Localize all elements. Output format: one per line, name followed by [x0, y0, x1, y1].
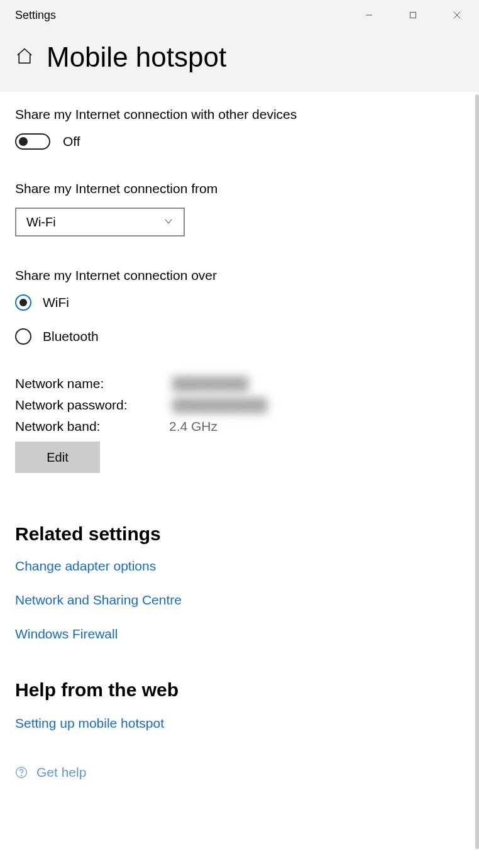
vertical-scrollbar[interactable] — [475, 94, 479, 849]
related-settings-heading: Related settings — [15, 523, 460, 545]
page-header: Mobile hotspot — [0, 30, 479, 92]
share-with-devices-label: Share my Internet connection with other … — [15, 107, 460, 122]
help-from-web-heading: Help from the web — [15, 679, 460, 701]
window-title: Settings — [15, 9, 56, 22]
svg-rect-1 — [410, 13, 416, 18]
close-button[interactable] — [435, 0, 479, 30]
help-icon — [15, 766, 28, 779]
chevron-down-icon — [163, 215, 173, 230]
radio-label: WiFi — [43, 295, 69, 310]
link-network-sharing-centre[interactable]: Network and Sharing Centre — [15, 593, 460, 608]
radio-option-wifi[interactable]: WiFi — [15, 294, 460, 311]
maximize-icon — [409, 11, 417, 19]
network-name-value: ████████ — [169, 376, 251, 391]
share-from-label: Share my Internet connection from — [15, 181, 460, 196]
network-password-label: Network password: — [15, 398, 169, 413]
share-toggle[interactable] — [15, 133, 50, 150]
network-band-row: Network band: 2.4 GHz — [15, 419, 460, 434]
radio-button — [15, 294, 31, 311]
link-change-adapter-options[interactable]: Change adapter options — [15, 559, 460, 574]
network-info: Network name: ████████ Network password:… — [15, 376, 460, 434]
radio-label: Bluetooth — [43, 329, 99, 344]
content-area: Share my Internet connection with other … — [0, 92, 475, 868]
share-over-radio-group: WiFi Bluetooth — [15, 294, 460, 345]
page-title: Mobile hotspot — [47, 42, 226, 73]
edit-button[interactable]: Edit — [15, 442, 100, 473]
share-over-label: Share my Internet connection over — [15, 268, 460, 283]
get-help-row[interactable]: Get help — [15, 765, 460, 780]
link-windows-firewall[interactable]: Windows Firewall — [15, 626, 460, 642]
minimize-button[interactable] — [347, 0, 391, 30]
network-password-row: Network password: ██████████ — [15, 398, 460, 413]
network-band-value: 2.4 GHz — [169, 419, 217, 434]
share-from-dropdown[interactable]: Wi-Fi — [15, 208, 185, 236]
network-password-value: ██████████ — [169, 398, 270, 413]
get-help-label: Get help — [36, 765, 86, 780]
radio-button — [15, 328, 31, 345]
minimize-icon — [365, 11, 373, 19]
network-name-row: Network name: ████████ — [15, 376, 460, 391]
window-controls — [347, 0, 479, 30]
home-icon[interactable] — [15, 47, 34, 68]
titlebar: Settings — [0, 0, 479, 30]
share-toggle-state-label: Off — [63, 134, 80, 149]
close-icon — [453, 11, 461, 19]
link-setting-up-mobile-hotspot[interactable]: Setting up mobile hotspot — [15, 716, 460, 731]
radio-option-bluetooth[interactable]: Bluetooth — [15, 328, 460, 345]
svg-point-5 — [21, 776, 22, 776]
share-from-selected: Wi-Fi — [26, 215, 56, 230]
network-band-label: Network band: — [15, 419, 169, 434]
maximize-button[interactable] — [391, 0, 435, 30]
network-name-label: Network name: — [15, 376, 169, 391]
toggle-thumb — [19, 137, 28, 146]
